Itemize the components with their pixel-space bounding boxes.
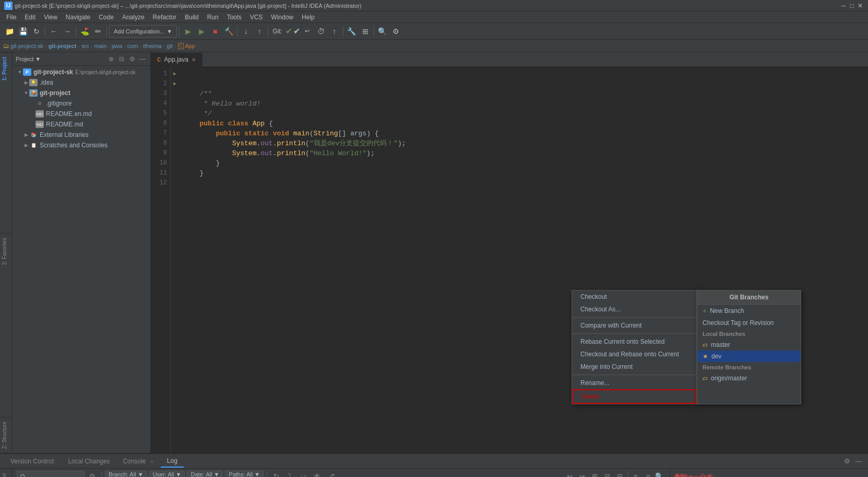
ctx-compare[interactable]: Compare with Current xyxy=(572,319,696,332)
down-button[interactable]: ↓ xyxy=(240,25,252,38)
log-settings-button[interactable]: ⚙ xyxy=(87,471,98,478)
bc-git-project-sk[interactable]: git-project-sk xyxy=(10,43,43,49)
save-button[interactable]: 💾 xyxy=(17,25,29,38)
bc-main[interactable]: main xyxy=(94,43,106,49)
vtab-favorites[interactable]: 2: Favorites xyxy=(0,233,12,269)
run2-button[interactable]: ▶ xyxy=(195,25,208,38)
branch-filter[interactable]: Branch: All ▼ xyxy=(105,471,147,478)
bc-src[interactable]: src xyxy=(81,43,89,49)
git-push-button[interactable]: ↑ xyxy=(328,25,341,38)
back-button[interactable]: ← xyxy=(47,25,60,38)
refresh-log-button[interactable]: ↻ xyxy=(270,471,282,478)
project-collapse-button[interactable]: ⊟ xyxy=(117,54,126,64)
bc-java[interactable]: java xyxy=(112,43,122,49)
menu-help[interactable]: Help xyxy=(298,13,319,22)
window-controls[interactable]: ─ □ ✕ xyxy=(840,2,864,9)
menu-view[interactable]: View xyxy=(40,13,62,22)
btab-version-control[interactable]: 9: Version Control xyxy=(0,469,12,477)
gear-button[interactable]: ⚙ xyxy=(390,25,402,38)
bottom-hide-button[interactable]: — xyxy=(853,456,864,467)
project-scope-button[interactable]: ⊕ xyxy=(106,54,116,64)
log-redo-button[interactable]: ↪ xyxy=(576,471,588,478)
git-button[interactable]: ⛳ xyxy=(78,25,91,38)
menu-window[interactable]: Window xyxy=(267,13,298,22)
ctx-rename[interactable]: Rename... xyxy=(572,377,696,389)
menu-run[interactable]: Run xyxy=(203,13,223,22)
log-goto-button[interactable]: ⤵ xyxy=(284,471,295,478)
run-gutter-line6[interactable]: ▶ xyxy=(171,69,179,79)
project-hide-button[interactable]: — xyxy=(138,54,147,64)
up-button[interactable]: ↑ xyxy=(253,25,266,38)
ctx-delete[interactable]: Delete xyxy=(572,389,696,404)
tree-git-project[interactable]: ▼ 📦 git-project xyxy=(13,88,150,98)
gb-checkout-tag[interactable]: Checkout Tag or Revision xyxy=(697,317,801,329)
add-configuration-button[interactable]: Add Configuration... ▼ xyxy=(109,25,177,38)
vtab-project[interactable]: 1: Project xyxy=(0,52,12,85)
log-down-button[interactable]: ↓↑ xyxy=(298,471,309,478)
gb-new-branch[interactable]: + New Branch xyxy=(697,305,801,317)
close-button[interactable]: ✕ xyxy=(857,2,864,9)
menu-code[interactable]: Code xyxy=(94,13,118,22)
menu-vcs[interactable]: VCS xyxy=(246,13,267,22)
ctx-merge[interactable]: Merge into Current xyxy=(572,360,696,373)
search-button[interactable]: 🔍 xyxy=(376,25,389,38)
gb-master[interactable]: 🏷 master xyxy=(697,339,801,351)
project-settings-button[interactable]: ⚙ xyxy=(127,54,137,64)
log-search-input[interactable] xyxy=(17,471,85,478)
log-filter2-button[interactable]: ≡ xyxy=(643,471,654,478)
run-button[interactable]: ▶ xyxy=(182,25,194,38)
wrench-button[interactable]: 🔧 xyxy=(346,25,358,38)
git-history-button[interactable]: ⏱ xyxy=(315,25,327,38)
bc-app[interactable]: 🄲 App xyxy=(178,43,195,49)
tree-ext-libs[interactable]: ▶ 📚 External Libraries xyxy=(13,130,150,140)
bc-itheima[interactable]: itheima xyxy=(143,43,161,49)
ctx-rebase[interactable]: Rebase Current onto Selected xyxy=(572,335,696,348)
vtab-structure[interactable]: Z: Structure xyxy=(0,417,12,453)
build-button[interactable]: 🔨 xyxy=(222,25,235,38)
pencil-button[interactable]: ✏ xyxy=(92,25,104,38)
log-sort-button[interactable]: ≡ xyxy=(630,471,641,478)
tree-idea[interactable]: ▶ 💡 .idea xyxy=(13,77,150,88)
tree-scratches[interactable]: ▶ 📋 Scratches and Consoles xyxy=(13,140,150,150)
log-grid-button[interactable]: ⊞ xyxy=(589,471,600,478)
tab-app-java[interactable]: C App.java ✕ xyxy=(151,53,203,66)
run-gutter-line7[interactable]: ▶ xyxy=(171,79,179,89)
gb-dev[interactable]: ★ dev xyxy=(697,351,801,362)
bc-git-project[interactable]: git-project xyxy=(49,43,77,49)
menu-file[interactable]: File xyxy=(2,13,20,22)
tab-local-changes[interactable]: Local Changes xyxy=(62,456,116,467)
log-eye-button[interactable]: 👁 xyxy=(311,471,323,478)
open-folder-button[interactable]: 📁 xyxy=(3,25,16,38)
minimize-button[interactable]: ─ xyxy=(840,2,847,9)
gb-origin-master[interactable]: 🏷 origin/master xyxy=(697,373,801,384)
sync-button[interactable]: ↻ xyxy=(30,25,43,38)
user-filter[interactable]: User: All ▼ xyxy=(149,471,185,478)
menu-refactor[interactable]: Refactor xyxy=(149,13,181,22)
tab-console[interactable]: Console ✕ xyxy=(116,456,160,467)
menu-build[interactable]: Build xyxy=(181,13,203,22)
tab-log[interactable]: Log xyxy=(161,455,184,468)
tree-readme-en[interactable]: MD README.en.md xyxy=(13,109,150,119)
tree-gitignore[interactable]: ⚙ .gitignore xyxy=(13,98,150,109)
bc-git[interactable]: git xyxy=(167,43,173,49)
log-expand-button[interactable]: ⊟ xyxy=(601,471,613,478)
tree-root[interactable]: ▼ P git-project-sk E:\project-sk\git-pro… xyxy=(13,67,150,77)
log-undo-button[interactable]: ↩ xyxy=(564,471,575,478)
tab-close-icon[interactable]: ✕ xyxy=(192,57,196,63)
ctx-checkout-rebase[interactable]: Checkout and Rebase onto Current xyxy=(572,348,696,360)
ctx-checkout[interactable]: Checkout xyxy=(572,290,696,303)
grid-button[interactable]: ⊞ xyxy=(359,25,372,38)
menu-analyze[interactable]: Analyze xyxy=(118,13,149,22)
forward-button[interactable]: → xyxy=(61,25,74,38)
bc-com[interactable]: com xyxy=(127,43,138,49)
stop-button[interactable]: ■ xyxy=(209,25,221,38)
bottom-settings-button[interactable]: ⚙ xyxy=(842,456,852,467)
maximize-button[interactable]: □ xyxy=(848,2,855,9)
paths-filter[interactable]: Paths: All ▼ xyxy=(225,471,264,478)
date-filter[interactable]: Date: All ▼ xyxy=(187,471,223,478)
menu-tools[interactable]: Tools xyxy=(223,13,246,22)
log-columns-button[interactable]: ⊟ xyxy=(614,471,625,478)
menu-edit[interactable]: Edit xyxy=(20,13,40,22)
tree-readme[interactable]: MD README.md xyxy=(13,119,150,130)
menu-navigate[interactable]: Navigate xyxy=(62,13,94,22)
